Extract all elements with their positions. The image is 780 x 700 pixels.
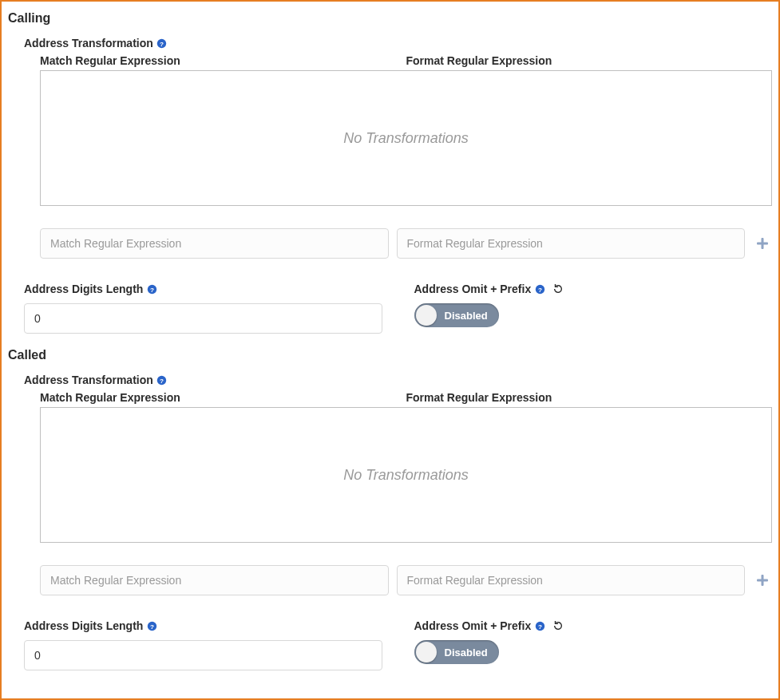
reset-icon[interactable]	[552, 283, 564, 295]
calling-add-button[interactable]	[753, 237, 772, 250]
calling-omit-prefix-field: Address Omit + Prefix ? Disabled	[414, 283, 773, 334]
called-format-header: Format Regular Expression	[406, 391, 773, 404]
calling-omit-prefix-toggle[interactable]: Disabled	[414, 303, 499, 327]
calling-address-transformation-label-row: Address Transformation ?	[24, 37, 772, 49]
called-omit-prefix-field: Address Omit + Prefix ? Disabled	[414, 619, 773, 670]
svg-text:?: ?	[160, 40, 164, 47]
calling-digits-length-field: Address Digits Length ?	[24, 283, 382, 334]
calling-digits-length-label-row: Address Digits Length ?	[24, 283, 382, 295]
calling-match-input[interactable]	[40, 228, 389, 259]
calling-section: Calling Address Transformation ? Match R…	[8, 11, 772, 334]
calling-add-row	[40, 228, 772, 259]
help-icon[interactable]: ?	[156, 38, 168, 49]
config-panel: Calling Address Transformation ? Match R…	[0, 0, 780, 700]
called-add-button[interactable]	[753, 574, 772, 587]
toggle-knob	[416, 305, 437, 326]
svg-rect-3	[757, 243, 768, 245]
calling-omit-prefix-label-row: Address Omit + Prefix ?	[414, 283, 773, 295]
calling-format-header: Format Regular Expression	[406, 54, 773, 67]
calling-settings-row: Address Digits Length ? Address Omit + P…	[24, 283, 772, 334]
calling-title: Calling	[8, 11, 772, 26]
called-digits-length-field: Address Digits Length ?	[24, 619, 382, 670]
help-icon[interactable]: ?	[534, 283, 545, 295]
called-omit-prefix-label: Address Omit + Prefix	[414, 619, 532, 632]
help-icon[interactable]: ?	[146, 283, 157, 295]
called-match-header: Match Regular Expression	[40, 391, 406, 404]
calling-digits-length-input[interactable]	[24, 303, 382, 334]
calling-digits-length-label: Address Digits Length	[24, 283, 143, 295]
calling-transformations-list: No Transformations	[40, 70, 772, 206]
svg-text:?: ?	[150, 286, 154, 293]
called-digits-length-label-row: Address Digits Length ?	[24, 619, 382, 632]
called-match-input[interactable]	[40, 565, 389, 595]
called-address-transformation-label: Address Transformation	[24, 374, 153, 386]
calling-column-headers: Match Regular Expression Format Regular …	[40, 54, 772, 67]
calling-match-header: Match Regular Expression	[40, 54, 406, 67]
svg-text:?: ?	[150, 623, 154, 630]
help-icon[interactable]: ?	[146, 620, 157, 631]
called-address-transformation-label-row: Address Transformation ?	[24, 374, 772, 386]
called-digits-length-label: Address Digits Length	[24, 619, 143, 632]
reset-icon[interactable]	[552, 619, 564, 632]
called-omit-prefix-label-row: Address Omit + Prefix ?	[414, 619, 773, 632]
svg-text:?: ?	[538, 623, 542, 630]
called-section: Called Address Transformation ? Match Re…	[8, 348, 772, 670]
called-toggle-label: Disabled	[445, 647, 488, 658]
help-icon[interactable]: ?	[156, 374, 168, 386]
called-column-headers: Match Regular Expression Format Regular …	[40, 391, 772, 404]
calling-omit-prefix-label: Address Omit + Prefix	[414, 283, 532, 295]
svg-rect-11	[757, 579, 768, 582]
calling-format-input[interactable]	[397, 228, 746, 259]
called-format-input[interactable]	[397, 565, 746, 595]
called-title: Called	[8, 348, 772, 362]
help-icon[interactable]: ?	[534, 620, 545, 631]
calling-toggle-label: Disabled	[445, 310, 488, 322]
calling-address-transformation-label: Address Transformation	[24, 37, 153, 49]
called-transformations-list: No Transformations	[40, 407, 772, 543]
svg-text:?: ?	[160, 377, 164, 384]
svg-text:?: ?	[538, 286, 542, 293]
called-digits-length-input[interactable]	[24, 640, 382, 670]
called-no-transformations: No Transformations	[343, 467, 469, 484]
called-omit-prefix-toggle[interactable]: Disabled	[414, 640, 499, 664]
called-add-row	[40, 565, 772, 595]
calling-address-transformation: Address Transformation ? Match Regular E…	[24, 37, 772, 334]
called-address-transformation: Address Transformation ? Match Regular E…	[24, 374, 772, 670]
toggle-knob	[416, 642, 437, 662]
called-settings-row: Address Digits Length ? Address Omit + P…	[24, 619, 772, 670]
calling-no-transformations: No Transformations	[343, 130, 469, 147]
